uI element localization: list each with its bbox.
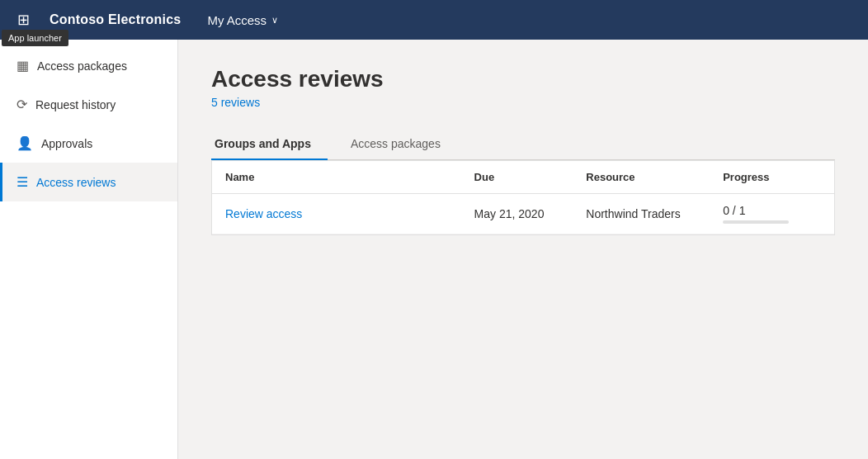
- cell-resource: Northwind Traders: [573, 194, 710, 234]
- col-header-name: Name: [212, 161, 461, 194]
- col-header-resource: Resource: [573, 161, 710, 194]
- cell-due: May 21, 2020: [461, 194, 573, 234]
- main-content: Access reviews 5 reviews Groups and Apps…: [178, 40, 868, 459]
- reviews-table-container: Name Due Resource Progress Review access…: [211, 160, 835, 235]
- cell-name: Review access: [212, 194, 461, 234]
- col-header-due: Due: [461, 161, 573, 194]
- sidebar-item-label: Access reviews: [36, 176, 116, 189]
- table-header-row: Name Due Resource Progress: [212, 161, 834, 194]
- review-icon: ☰: [17, 174, 28, 190]
- tab-groups-and-apps[interactable]: Groups and Apps: [211, 129, 328, 160]
- my-access-label: My Access: [207, 13, 267, 27]
- app-name: Contoso Electronics: [50, 12, 181, 27]
- history-icon: ⟳: [17, 97, 27, 112]
- col-header-progress: Progress: [710, 161, 834, 194]
- progress-bar-background: [723, 220, 789, 224]
- sidebar-item-label: Approvals: [41, 137, 92, 150]
- cell-progress: 0 / 1: [710, 194, 834, 234]
- reviews-table: Name Due Resource Progress Review access…: [212, 161, 834, 234]
- sidebar-item-access-packages[interactable]: ▦ Access packages: [0, 46, 177, 85]
- sidebar-item-request-history[interactable]: ⟳ Request history: [0, 85, 177, 124]
- sidebar-item-access-reviews[interactable]: ☰ Access reviews: [0, 163, 177, 201]
- my-access-menu[interactable]: My Access ∨: [207, 13, 278, 27]
- chevron-down-icon: ∨: [271, 15, 278, 26]
- grid-icon: ⊞: [17, 11, 30, 29]
- sidebar-item-label: Access packages: [37, 59, 127, 73]
- progress-text: 0 / 1: [723, 204, 821, 217]
- sidebar: ▦ Access packages ⟳ Request history 👤 Ap…: [0, 40, 178, 459]
- progress-container: 0 / 1: [723, 204, 821, 224]
- sidebar-item-label: Request history: [35, 98, 116, 111]
- package-icon: ▦: [17, 58, 29, 73]
- app-launcher-tooltip: App launcher: [2, 30, 68, 46]
- person-icon: 👤: [17, 135, 33, 151]
- reviews-count[interactable]: 5 reviews: [211, 96, 835, 109]
- tab-access-packages[interactable]: Access packages: [347, 129, 457, 160]
- sidebar-item-approvals[interactable]: 👤 Approvals: [0, 124, 177, 163]
- main-layout: ▦ Access packages ⟳ Request history 👤 Ap…: [0, 40, 868, 459]
- top-navbar: ⊞ App launcher Contoso Electronics My Ac…: [0, 0, 868, 40]
- review-access-link[interactable]: Review access: [225, 207, 302, 220]
- table-row: Review access May 21, 2020 Northwind Tra…: [212, 194, 834, 234]
- page-title: Access reviews: [211, 66, 835, 92]
- tabs-bar: Groups and Apps Access packages: [211, 129, 835, 160]
